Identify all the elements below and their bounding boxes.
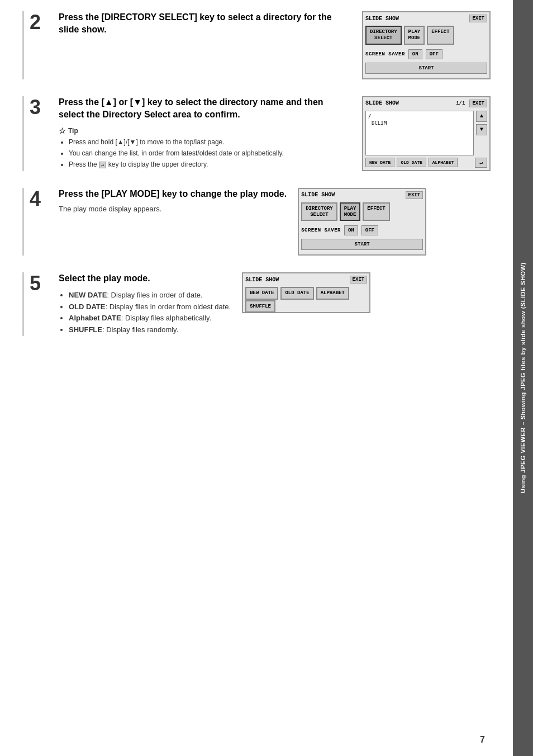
screen-1-titlebar: SLIDE SHOW EXIT bbox=[365, 15, 487, 22]
screen-1-play-line1: PLAY bbox=[408, 29, 421, 35]
screen-4-new-date-btn[interactable]: NEW DATE bbox=[245, 287, 278, 300]
screen-3-start-container: START bbox=[301, 239, 423, 250]
step-2-left: 2 Press the [DIRECTORY SELECT] key to se… bbox=[24, 11, 362, 41]
screen-3-saver-row: SCREEN SAVER ON OFF bbox=[301, 225, 423, 235]
screen-3-on-btn[interactable]: ON bbox=[344, 225, 358, 235]
screen-1-dir-select-line1: DIRECTORY bbox=[370, 29, 397, 35]
screen-4-title: SLIDE SHOW bbox=[245, 277, 279, 283]
step-5-screen: SLIDE SHOW EXIT NEW DATE OLD DATE ALPHAB… bbox=[242, 272, 376, 313]
step-4-screen: SLIDE SHOW EXIT DIRECTORY SELECT PLAY MO… bbox=[298, 188, 432, 256]
tip-lightbulb-icon: ☆ bbox=[59, 126, 66, 135]
screen-3-start-btn[interactable]: START bbox=[301, 239, 423, 250]
page: 2 Press the [DIRECTORY SELECT] key to se… bbox=[0, 0, 533, 756]
tip-item-1: Press and hold [▲]/[▼] to move to the to… bbox=[69, 138, 351, 147]
step-5-left: 5 Select the play mode. NEW DATE: Displa… bbox=[24, 272, 242, 336]
screen-1-saver-label: SCREEN SAVER bbox=[365, 51, 405, 57]
bullet-old-date: OLD DATE: Display files in order from ol… bbox=[69, 301, 231, 313]
tip-item-3: Press the ↵ key to display the upper dir… bbox=[69, 160, 351, 169]
step-3-title: Press the [▲] or [▼] key to select the d… bbox=[59, 96, 351, 121]
screen-2-dir-area: / DCLIM ▲ ▼ bbox=[365, 111, 487, 155]
screen-4-exit[interactable]: EXIT bbox=[350, 276, 368, 284]
screen-3-effect-btn[interactable]: EFFECT bbox=[363, 202, 389, 221]
screen-1-exit[interactable]: EXIT bbox=[469, 15, 487, 22]
step-3-number: 3 bbox=[30, 96, 52, 117]
step-5-body: Select the play mode. NEW DATE: Display … bbox=[52, 272, 242, 336]
screen-4: SLIDE SHOW EXIT NEW DATE OLD DATE ALPHAB… bbox=[242, 272, 370, 313]
step-2-body: Press the [DIRECTORY SELECT] key to sele… bbox=[52, 11, 362, 41]
screen-3-exit[interactable]: EXIT bbox=[406, 191, 423, 199]
screen-1-top-buttons: DIRECTORY SELECT PLAY MODE EFFECT bbox=[365, 26, 487, 45]
screen-2-titlebar: SLIDE SHOW 1/1 EXIT bbox=[365, 100, 487, 107]
screen-1-title: SLIDE SHOW bbox=[365, 16, 399, 22]
step-4-desc: The play mode display appears. bbox=[59, 205, 287, 213]
screen-1-effect-btn[interactable]: EFFECT bbox=[427, 26, 454, 45]
screen-3-play-line2: MODE bbox=[344, 212, 356, 218]
screen-1-play-line2: MODE bbox=[408, 35, 421, 41]
screen-2-bottom-btns: NEW DATE OLD DATE ALPHABET ↵ bbox=[365, 158, 487, 168]
step-3-screen: SLIDE SHOW 1/1 EXIT / DCLIM bbox=[362, 96, 496, 171]
side-tab-text: Using JPEG VIEWER – Showing JPEG files b… bbox=[520, 263, 526, 494]
bullet-alphabet: Alphabet DATE: Display files alphabetica… bbox=[69, 313, 231, 324]
step-4-title: Press the [PLAY MODE] key to change the … bbox=[59, 188, 287, 200]
screen-1-off-btn[interactable]: OFF bbox=[426, 49, 442, 59]
side-tab: Using JPEG VIEWER – Showing JPEG files b… bbox=[513, 0, 533, 756]
step-3-left: 3 Press the [▲] or [▼] key to select the… bbox=[24, 96, 362, 171]
screen-3-play-mode-btn[interactable]: PLAY MODE bbox=[340, 202, 361, 221]
screen-4-bottom-row: SHUFFLE bbox=[245, 303, 367, 310]
screen-2-old-date[interactable]: OLD DATE bbox=[397, 158, 426, 167]
screen-1-dir-select-btn[interactable]: DIRECTORY SELECT bbox=[365, 26, 402, 45]
screen-2-dir-list: / DCLIM bbox=[365, 111, 474, 155]
step-4-number: 4 bbox=[30, 188, 52, 209]
step-3-tipbox: ☆ Tip Press and hold [▲]/[▼] to move to … bbox=[59, 126, 351, 169]
page-number: 7 bbox=[480, 735, 485, 745]
tip-label: Tip bbox=[68, 127, 78, 135]
screen-2-up-arrow[interactable]: ▲ bbox=[476, 111, 487, 122]
screen-3-dir-line2: SELECT bbox=[306, 212, 333, 218]
tip-list: Press and hold [▲]/[▼] to move to the to… bbox=[59, 138, 351, 169]
screen-1-play-mode-btn[interactable]: PLAY MODE bbox=[404, 26, 425, 45]
step-4-row: 4 Press the [PLAY MODE] key to change th… bbox=[22, 188, 496, 256]
step-5-number: 5 bbox=[30, 272, 52, 294]
screen-4-top-row: NEW DATE OLD DATE ALPHABET bbox=[245, 287, 367, 300]
dir-item-root: / bbox=[368, 114, 471, 119]
screen-3-off-btn[interactable]: OFF bbox=[361, 225, 378, 235]
screen-4-alphabet-btn[interactable]: ALPHABET bbox=[316, 287, 349, 300]
step-2-number: 2 bbox=[30, 11, 52, 32]
step-2-screen: SLIDE SHOW EXIT DIRECTORY SELECT PLAY MO… bbox=[362, 11, 496, 79]
screen-3-saver-label: SCREEN SAVER bbox=[301, 228, 341, 233]
screen-2: SLIDE SHOW 1/1 EXIT / DCLIM bbox=[362, 96, 491, 171]
screen-4-titlebar: SLIDE SHOW EXIT bbox=[245, 276, 367, 284]
screen-4-old-date-btn[interactable]: OLD DATE bbox=[280, 287, 313, 300]
screen-1-on-btn[interactable]: ON bbox=[408, 49, 422, 59]
bullet-new-date: NEW DATE: Display files in order of date… bbox=[69, 290, 231, 301]
screen-3-play-line1: PLAY bbox=[344, 206, 356, 212]
screen-2-arrows: ▲ ▼ bbox=[476, 111, 487, 155]
screen-2-down-arrow[interactable]: ▼ bbox=[476, 124, 487, 135]
screen-2-alphabet[interactable]: ALPHABET bbox=[429, 158, 458, 167]
tip-title: ☆ Tip bbox=[59, 126, 351, 135]
screen-1: SLIDE SHOW EXIT DIRECTORY SELECT PLAY MO… bbox=[362, 11, 491, 79]
screen-3-titlebar: SLIDE SHOW EXIT bbox=[301, 191, 423, 199]
screen-1-saver-row: SCREEN SAVER ON OFF bbox=[365, 49, 487, 59]
screen-1-start-btn[interactable]: START bbox=[365, 63, 487, 74]
screen-3-title: SLIDE SHOW bbox=[301, 192, 335, 198]
main-content: 2 Press the [DIRECTORY SELECT] key to se… bbox=[0, 0, 513, 756]
screen-3-dir-select-btn[interactable]: DIRECTORY SELECT bbox=[301, 202, 337, 221]
screen-2-return[interactable]: ↵ bbox=[475, 158, 487, 168]
screen-1-start-container: START bbox=[365, 63, 487, 74]
step-3-body: Press the [▲] or [▼] key to select the d… bbox=[52, 96, 362, 171]
screen-1-dir-select-line2: SELECT bbox=[370, 35, 397, 41]
screen-4-shuffle-btn[interactable]: SHUFFLE bbox=[245, 300, 275, 313]
screen-3-top-buttons: DIRECTORY SELECT PLAY MODE EFFECT bbox=[301, 202, 423, 221]
screen-2-title: SLIDE SHOW bbox=[365, 100, 399, 106]
screen-2-page: 1/1 bbox=[456, 101, 465, 106]
step-3-row: 3 Press the [▲] or [▼] key to select the… bbox=[22, 96, 496, 171]
screen-2-exit[interactable]: EXIT bbox=[469, 100, 487, 107]
step-4-body: Press the [PLAY MODE] key to change the … bbox=[52, 188, 298, 213]
screen-3-dir-line1: DIRECTORY bbox=[306, 206, 333, 212]
step-5-row: 5 Select the play mode. NEW DATE: Displa… bbox=[22, 272, 496, 336]
screen-3: SLIDE SHOW EXIT DIRECTORY SELECT PLAY MO… bbox=[298, 188, 426, 256]
dir-item-dclim: DCLIM bbox=[368, 120, 471, 126]
step-5-title: Select the play mode. bbox=[59, 272, 231, 285]
screen-2-new-date[interactable]: NEW DATE bbox=[365, 158, 394, 167]
